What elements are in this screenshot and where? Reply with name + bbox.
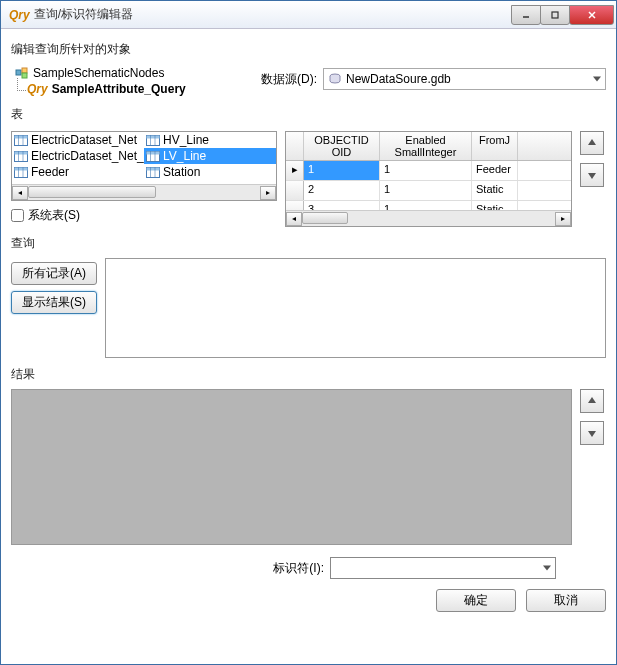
reorder-buttons [580, 131, 606, 227]
query-editor-window: Qry 查询/标识符编辑器 编辑查询所针对的对象 SampleSchematic… [0, 0, 617, 665]
table-list[interactable]: ElectricDataset_NetHV_LineElectricDatase… [11, 131, 277, 201]
results-label: 结果 [11, 366, 606, 383]
svg-rect-5 [22, 68, 27, 73]
results-reorder [580, 389, 606, 545]
scroll-left-button[interactable]: ◂ [286, 212, 302, 226]
results-grid[interactable] [11, 389, 572, 545]
identifier-row: 标识符(I): [11, 557, 606, 579]
maximize-button[interactable] [540, 5, 570, 25]
data-grid[interactable]: OBJECTIDOIDEnabledSmallIntegerFromJ ▸11F… [285, 131, 572, 227]
table-item[interactable]: Station [144, 164, 276, 180]
svg-rect-29 [147, 167, 160, 170]
table-item[interactable]: ElectricDataset_Net_Junctions [12, 148, 144, 164]
window-title: 查询/标识符编辑器 [34, 6, 512, 23]
systables-label: 系统表(S) [28, 207, 80, 224]
qry-icon: Qry [9, 8, 30, 22]
svg-rect-21 [147, 151, 160, 154]
hscrollbar[interactable]: ◂ ▸ [12, 184, 276, 200]
svg-rect-25 [15, 167, 28, 170]
table-item[interactable]: LV_Line [144, 148, 276, 164]
grid-corner [286, 132, 304, 160]
query-label: 查询 [11, 235, 606, 252]
grid-hscrollbar[interactable]: ◂ ▸ [286, 210, 571, 226]
show-results-button[interactable]: 显示结果(S) [11, 291, 97, 314]
systables-input[interactable] [11, 209, 24, 222]
scroll-right-button[interactable]: ▸ [555, 212, 571, 226]
all-records-button[interactable]: 所有记录(A) [11, 262, 97, 285]
tree-child-label: SampleAttribute_Query [52, 82, 186, 96]
table-item[interactable]: HV_Line [144, 132, 276, 148]
footer-buttons: 确定 取消 [11, 589, 606, 612]
datasource-value: NewDataSoure.gdb [346, 72, 451, 86]
table-row[interactable]: 21Static [286, 181, 571, 201]
minimize-button[interactable] [511, 5, 541, 25]
scroll-track[interactable] [302, 212, 555, 226]
content: 编辑查询所针对的对象 SampleSchematicNodes Qry Samp… [1, 29, 616, 620]
identifier-label: 标识符(I): [273, 560, 324, 577]
chevron-down-icon [543, 566, 551, 571]
scroll-right-button[interactable]: ▸ [260, 186, 276, 200]
query-textarea[interactable] [105, 258, 606, 358]
move-up-button[interactable] [580, 389, 604, 413]
close-button[interactable] [569, 5, 614, 25]
move-down-button[interactable] [580, 421, 604, 445]
table-list-wrap: ElectricDataset_NetHV_LineElectricDatase… [11, 131, 277, 227]
results-area [11, 389, 606, 545]
table-item[interactable]: ElectricDataset_Net [12, 132, 144, 148]
move-down-button[interactable] [580, 163, 604, 187]
chevron-down-icon [593, 77, 601, 82]
table-row[interactable]: ▸11Feeder [286, 161, 571, 181]
tables-area: ElectricDataset_NetHV_LineElectricDatase… [11, 131, 606, 227]
grid-col-header[interactable]: FromJ [472, 132, 518, 160]
scroll-left-button[interactable]: ◂ [12, 186, 28, 200]
query-buttons: 所有记录(A) 显示结果(S) [11, 262, 97, 314]
move-up-button[interactable] [580, 131, 604, 155]
svg-rect-1 [552, 12, 558, 18]
svg-rect-9 [15, 135, 28, 138]
table-item[interactable]: Feeder [12, 164, 144, 180]
target-label: 编辑查询所针对的对象 [11, 41, 606, 58]
scroll-track[interactable] [28, 186, 260, 200]
tables-label: 表 [11, 106, 606, 123]
datasource-select[interactable]: NewDataSoure.gdb [323, 68, 606, 90]
grid-col-header[interactable]: OBJECTIDOID [304, 132, 380, 160]
window-controls [512, 5, 614, 25]
geodatabase-icon [328, 72, 342, 86]
qry-icon: Qry [27, 82, 48, 96]
svg-rect-17 [15, 151, 28, 154]
systables-checkbox[interactable]: 系统表(S) [11, 207, 277, 224]
svg-rect-4 [16, 70, 21, 75]
svg-rect-13 [147, 135, 160, 138]
identifier-combo[interactable] [330, 557, 556, 579]
tree-root-label: SampleSchematicNodes [33, 66, 164, 80]
ok-button[interactable]: 确定 [436, 589, 516, 612]
titlebar[interactable]: Qry 查询/标识符编辑器 [1, 1, 616, 29]
query-area: 所有记录(A) 显示结果(S) [11, 258, 606, 358]
grid-col-header[interactable]: EnabledSmallInteger [380, 132, 472, 160]
cancel-button[interactable]: 取消 [526, 589, 606, 612]
